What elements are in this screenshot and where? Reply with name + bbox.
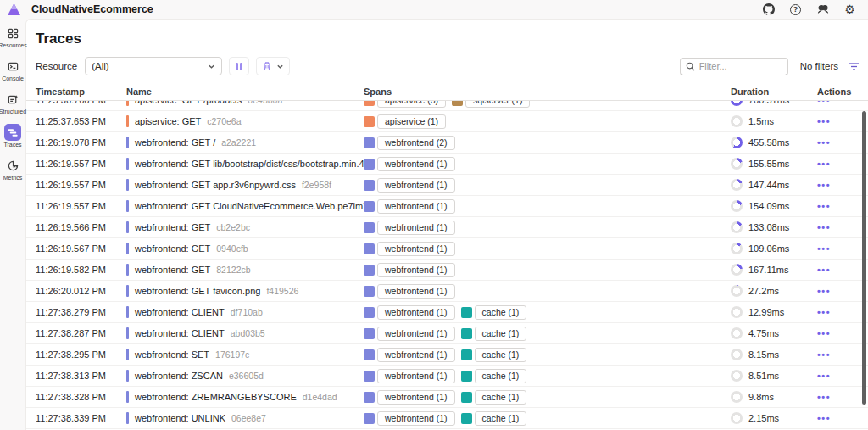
duration-ring-icon xyxy=(731,412,743,424)
row-actions-button[interactable]: ••• xyxy=(817,349,831,360)
resource-color-bar xyxy=(126,179,129,191)
row-actions-button[interactable]: ••• xyxy=(817,101,831,105)
sidebar-item-traces[interactable]: Traces xyxy=(0,124,25,148)
timestamp-text: 11:27:38.339 PM xyxy=(36,413,106,423)
trace-id: f419526 xyxy=(266,286,298,296)
row-actions-button[interactable]: ••• xyxy=(817,180,831,190)
sidebar-item-structured[interactable]: Structured xyxy=(0,91,25,114)
trace-duration-cell: 109.06ms xyxy=(731,243,817,254)
row-actions-button[interactable]: ••• xyxy=(817,222,831,232)
filter-icon[interactable] xyxy=(849,62,860,71)
resource-label: Resource xyxy=(36,61,77,71)
row-actions-button[interactable]: ••• xyxy=(817,201,831,211)
resource-color-square xyxy=(461,392,472,403)
trace-name: webfrontend: CLIENT xyxy=(135,307,225,317)
filter-input[interactable] xyxy=(699,61,776,71)
trace-name-cell: apiservice: GET /products0e43b0a xyxy=(126,101,364,106)
timestamp-text: 11:26:19.078 PM xyxy=(36,137,106,148)
trace-name: webfrontend: GET CloudNativeEcommerce.We… xyxy=(135,201,364,211)
table-row[interactable]: 11:27:38.339 PMwebfrontend: UNLINK06ee8e… xyxy=(26,408,868,429)
resource-color-square xyxy=(364,243,375,254)
row-actions-button[interactable]: ••• xyxy=(817,413,831,423)
chevron-down-icon xyxy=(276,63,284,70)
sidebar-item-label: Resources xyxy=(0,42,27,48)
table-row[interactable]: 11:27:38.295 PMwebfrontend: SET176197cwe… xyxy=(26,344,868,366)
trace-timestamp: 11:26:19.582 PM xyxy=(36,265,126,275)
resource-color-bar xyxy=(126,306,129,318)
row-actions-button[interactable]: ••• xyxy=(817,286,831,296)
timestamp-text: 11:27:38.279 PM xyxy=(36,307,106,317)
span-badge: webfrontend (1) xyxy=(364,284,455,299)
table-row[interactable]: 11:25:37.653 PMapiservice: GETc270e6aapi… xyxy=(26,111,868,132)
trace-duration-cell: 4.75ms xyxy=(731,327,817,339)
table-row[interactable]: 11:27:38.287 PMwebfrontend: CLIENTabd03b… xyxy=(26,323,868,344)
row-actions-button[interactable]: ••• xyxy=(817,265,831,275)
trace-name: apiservice: GET /products xyxy=(135,101,242,105)
table-row[interactable]: 11:26:19.557 PMwebfrontend: GET app.r3v6… xyxy=(26,175,868,196)
trace-name-cell: webfrontend: ZSCANe36605d xyxy=(126,370,364,382)
span-badge: webfrontend (1) xyxy=(364,157,455,171)
duration-ring-icon xyxy=(731,115,743,127)
github-icon[interactable] xyxy=(762,3,775,16)
settings-icon[interactable]: ⚙ xyxy=(843,3,856,16)
resource-color-square xyxy=(364,159,375,170)
sidebar-item-metrics[interactable]: Metrics xyxy=(0,157,25,181)
pause-button[interactable] xyxy=(229,57,249,75)
duration-ring-icon xyxy=(731,101,743,106)
trace-duration-cell: 27.2ms xyxy=(731,285,817,297)
table-row[interactable]: 11:26:20.012 PMwebfrontend: GET favicon.… xyxy=(26,281,868,302)
duration-ring-icon xyxy=(731,391,743,403)
span-badge: webfrontend (1) xyxy=(364,242,455,256)
trace-spans-cell: webfrontend (2) xyxy=(364,136,731,150)
remove-all-button[interactable] xyxy=(256,57,290,75)
row-actions-button[interactable]: ••• xyxy=(817,116,831,126)
table-row[interactable]: 11:26:19.078 PMwebfrontend: GET /a2a2221… xyxy=(26,132,868,154)
pause-icon xyxy=(235,62,243,71)
span-badge: webfrontend (1) xyxy=(364,221,455,235)
row-actions-button[interactable]: ••• xyxy=(817,137,831,148)
row-actions-button[interactable]: ••• xyxy=(817,392,831,402)
table-row[interactable]: 11:26:19.566 PMwebfrontend: GETcb2e2bcwe… xyxy=(26,217,868,238)
resource-color-bar xyxy=(126,200,129,212)
trace-duration-cell: 1.5ms xyxy=(731,115,817,127)
traces-icon xyxy=(4,124,21,141)
page-title: Traces xyxy=(26,20,868,47)
table-row[interactable]: 11:26:19.557 PMwebfrontend: GET lib/boot… xyxy=(26,154,868,175)
trace-spans-cell: webfrontend (1)cache (1) xyxy=(364,327,731,341)
trace-timestamp: 11:27:38.339 PM xyxy=(36,413,126,423)
sidebar-item-resources[interactable]: Resources xyxy=(0,25,25,48)
trace-name: webfrontend: GET xyxy=(135,243,210,254)
help-icon[interactable]: ? xyxy=(789,3,802,16)
vertical-scrollbar[interactable] xyxy=(862,111,866,405)
trace-duration-cell: 155.55ms xyxy=(731,158,817,170)
timestamp-text: 11:27:38.313 PM xyxy=(36,371,106,381)
table-row[interactable]: 11:27:38.313 PMwebfrontend: ZSCANe36605d… xyxy=(26,366,868,387)
table-row[interactable]: 11:27:38.328 PMwebfrontend: ZREMRANGEBYS… xyxy=(26,387,868,408)
sidebar-item-console[interactable]: Console xyxy=(0,58,25,81)
trace-name: webfrontend: GET app.r3v6npywrd.css xyxy=(135,180,296,190)
resource-select[interactable]: (All) xyxy=(85,57,222,75)
resource-color-bar xyxy=(126,370,129,382)
top-bar: CloudNativeEcommerce ? ⚙ xyxy=(0,0,868,19)
row-actions-button[interactable]: ••• xyxy=(817,243,831,254)
trace-actions-cell: ••• xyxy=(817,116,861,126)
row-actions-button[interactable]: ••• xyxy=(817,307,831,317)
resource-color-square xyxy=(364,349,375,360)
people-icon[interactable] xyxy=(816,3,829,16)
row-actions-button[interactable]: ••• xyxy=(817,159,831,169)
resource-color-bar xyxy=(126,327,129,339)
trace-name: webfrontend: CLIENT xyxy=(135,328,225,338)
trace-actions-cell: ••• xyxy=(817,180,861,190)
timestamp-text: 11:26:19.582 PM xyxy=(36,265,106,275)
table-row[interactable]: 11:27:38.279 PMwebfrontend: CLIENTdf710a… xyxy=(26,302,868,323)
table-row[interactable]: 11:26:19.582 PMwebfrontend: GET82122cbwe… xyxy=(26,260,868,281)
trace-name-cell: webfrontend: GET app.r3v6npywrd.cssf2e95… xyxy=(126,179,364,191)
duration-text: 2.15ms xyxy=(748,413,779,423)
table-row[interactable]: 11:26:19.567 PMwebfrontend: GET0940cfbwe… xyxy=(26,238,868,260)
row-actions-button[interactable]: ••• xyxy=(817,371,831,381)
table-row[interactable]: 11:26:19.557 PMwebfrontend: GET CloudNat… xyxy=(26,196,868,217)
duration-ring-icon xyxy=(731,243,743,254)
table-row[interactable]: 11:25:36.766 PMapiservice: GET /products… xyxy=(26,101,868,111)
row-actions-button[interactable]: ••• xyxy=(817,328,831,338)
span-count-pill: webfrontend (1) xyxy=(377,390,455,405)
